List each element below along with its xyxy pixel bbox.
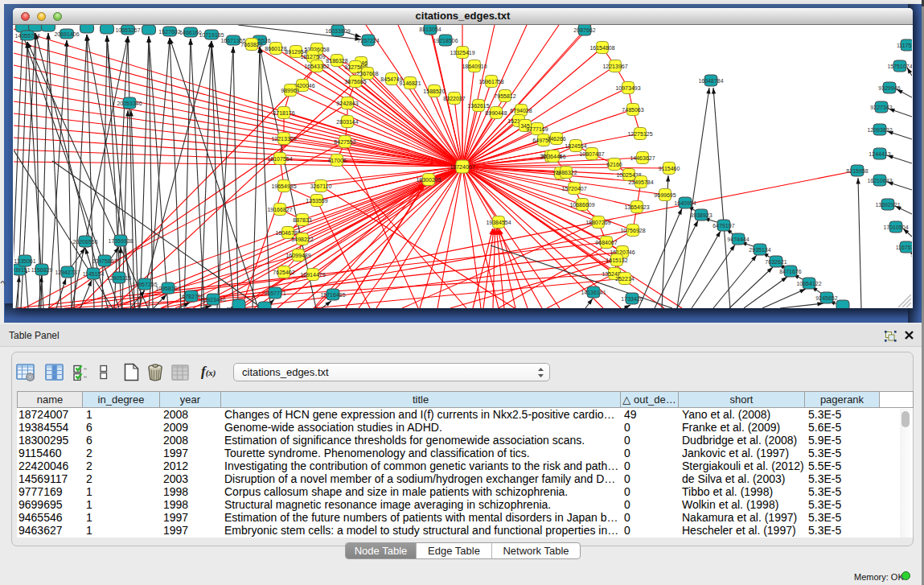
svg-text:417006: 417006 xyxy=(327,158,346,163)
svg-text:9115460: 9115460 xyxy=(659,166,680,171)
svg-text:13654923: 13654923 xyxy=(624,204,649,210)
svg-text:8471676: 8471676 xyxy=(779,269,801,274)
svg-text:1167534: 1167534 xyxy=(896,245,912,250)
svg-text:12923446: 12923446 xyxy=(200,297,225,303)
svg-text:20206556: 20206556 xyxy=(72,239,97,245)
svg-text:10653267: 10653267 xyxy=(115,27,140,33)
svg-text:19654985: 19654985 xyxy=(271,183,296,189)
svg-text:3875685: 3875685 xyxy=(344,79,366,84)
svg-text:7632621: 7632621 xyxy=(765,259,786,265)
svg-text:19166827: 19166827 xyxy=(267,207,292,212)
svg-text:5498222: 5498222 xyxy=(291,237,313,242)
svg-text:8938923: 8938923 xyxy=(690,212,712,218)
svg-text:7955812: 7955812 xyxy=(494,93,515,99)
svg-text:62160: 62160 xyxy=(606,162,622,167)
svg-text:20975867: 20975867 xyxy=(92,258,117,264)
svg-text:9777169: 9777169 xyxy=(526,126,548,132)
svg-text:8427552: 8427552 xyxy=(334,139,355,145)
svg-text:1335061: 1335061 xyxy=(14,258,35,264)
svg-text:9227343: 9227343 xyxy=(870,105,892,110)
svg-text:12275125: 12275125 xyxy=(627,131,652,137)
svg-text:8322037: 8322037 xyxy=(443,96,465,101)
svg-text:1588520: 1588520 xyxy=(423,89,445,94)
svg-text:23495784: 23495784 xyxy=(628,179,653,185)
svg-text:10756928: 10756928 xyxy=(620,228,645,233)
svg-text:16914479: 16914479 xyxy=(300,272,325,278)
svg-text:17359938: 17359938 xyxy=(108,238,133,244)
svg-text:7485063: 7485063 xyxy=(622,107,643,113)
svg-text:16543362: 16543362 xyxy=(304,64,329,69)
svg-text:8186328: 8186328 xyxy=(326,58,347,64)
svg-text:9245652: 9245652 xyxy=(815,295,837,301)
svg-text:16033809: 16033809 xyxy=(325,28,350,34)
svg-text:1117534: 1117534 xyxy=(897,43,912,48)
svg-text:18127509: 18127509 xyxy=(300,54,325,60)
svg-text:1527602: 1527602 xyxy=(158,29,180,35)
svg-text:16107554: 16107554 xyxy=(267,156,292,162)
svg-text:20691406: 20691406 xyxy=(54,31,79,37)
svg-text:10654122: 10654122 xyxy=(796,281,821,286)
svg-text:18807269: 18807269 xyxy=(585,220,610,225)
svg-text:20364456: 20364456 xyxy=(540,154,565,159)
svg-text:746266: 746266 xyxy=(547,136,565,142)
svg-text:9684067: 9684067 xyxy=(595,240,617,245)
svg-text:18300295: 18300295 xyxy=(416,177,441,183)
svg-text:9474444: 9474444 xyxy=(727,237,749,242)
svg-text:17010504: 17010504 xyxy=(883,225,908,230)
svg-text:989961: 989961 xyxy=(281,88,299,93)
svg-text:13325419: 13325419 xyxy=(450,50,474,56)
svg-text:12213369: 12213369 xyxy=(271,136,296,142)
svg-text:2718176: 2718176 xyxy=(273,110,294,116)
svg-text:6794028: 6794028 xyxy=(510,108,532,113)
svg-text:12213967: 12213967 xyxy=(602,64,627,69)
svg-text:1145154: 1145154 xyxy=(83,271,105,277)
svg-text:20053346: 20053346 xyxy=(117,101,142,106)
svg-text:1156829: 1156829 xyxy=(31,267,53,273)
svg-text:16099489: 16099489 xyxy=(285,253,310,258)
svg-text:15720407: 15720407 xyxy=(561,186,586,192)
svg-text:2803144: 2803144 xyxy=(336,119,358,125)
svg-text:16961758: 16961758 xyxy=(478,79,503,84)
svg-text:1362615: 1362615 xyxy=(467,103,489,109)
svg-text:9146821: 9146821 xyxy=(399,80,421,86)
svg-text:14463627: 14463627 xyxy=(630,155,655,161)
svg-text:9242843: 9242843 xyxy=(336,101,358,106)
svg-text:12905115: 12905115 xyxy=(107,275,132,281)
svg-text:17957255: 17957255 xyxy=(132,282,157,287)
svg-text:2087662: 2087662 xyxy=(573,27,595,33)
svg-text:15751074: 15751074 xyxy=(887,64,912,69)
svg-text:9329946: 9329946 xyxy=(878,85,900,91)
svg-text:1640954: 1640954 xyxy=(674,200,696,206)
svg-text:12093832: 12093832 xyxy=(867,127,892,133)
svg-text:7625402: 7625402 xyxy=(273,270,294,275)
svg-text:9699695: 9699695 xyxy=(654,192,676,198)
svg-text:1244413: 1244413 xyxy=(869,151,890,157)
svg-text:15716485: 15716485 xyxy=(320,292,345,298)
svg-text:8813054: 8813054 xyxy=(419,27,441,32)
svg-text:14136141: 14136141 xyxy=(581,290,606,295)
svg-text:18724007: 18724007 xyxy=(450,164,474,170)
svg-text:3267110: 3267110 xyxy=(310,183,332,189)
svg-text:10719185: 10719185 xyxy=(199,32,224,38)
svg-text:16648784: 16648784 xyxy=(698,78,723,84)
svg-text:7663822: 7663822 xyxy=(240,42,262,47)
svg-text:1733426: 1733426 xyxy=(621,296,643,302)
svg-text:9657771: 9657771 xyxy=(264,290,285,296)
svg-text:10807487: 10807487 xyxy=(579,151,604,157)
svg-text:18640910: 18640910 xyxy=(462,64,487,69)
svg-text:16154808: 16154808 xyxy=(589,45,614,51)
svg-text:19384554: 19384554 xyxy=(486,220,511,225)
svg-text:16210643: 16210643 xyxy=(867,178,892,183)
svg-text:1824554: 1824554 xyxy=(565,143,586,149)
svg-text:10686609: 10686609 xyxy=(569,202,594,208)
svg-text:14055724: 14055724 xyxy=(14,33,39,39)
svg-text:1939151: 1939151 xyxy=(14,267,31,273)
svg-text:8215958: 8215958 xyxy=(846,168,868,174)
svg-text:8990448: 8990448 xyxy=(485,110,507,116)
svg-text:12942737: 12942737 xyxy=(55,270,80,275)
svg-text:6479197: 6479197 xyxy=(713,223,734,229)
svg-text:19218506: 19218506 xyxy=(433,38,458,43)
svg-text:7357224: 7357224 xyxy=(357,38,379,43)
svg-text:887833: 887833 xyxy=(293,217,311,223)
svg-text:2935134: 2935134 xyxy=(749,247,770,253)
